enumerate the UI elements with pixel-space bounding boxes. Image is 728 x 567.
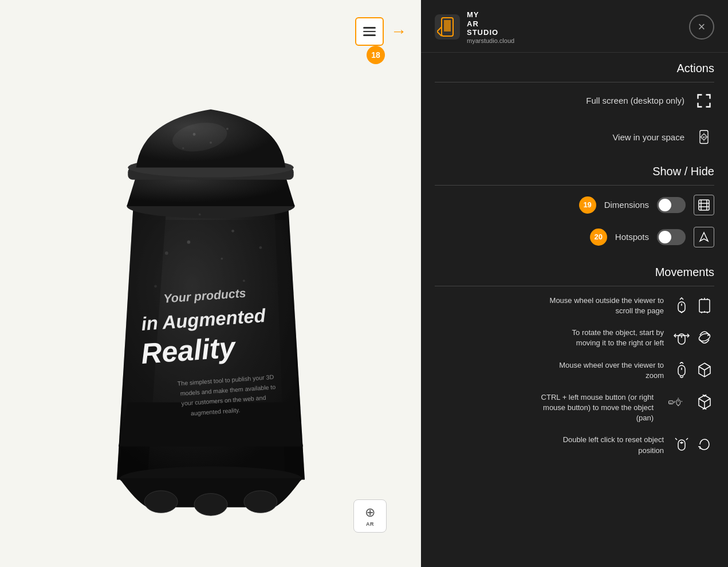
panel-header: MY AR STUDIO myarstudio.cloud × — [421, 0, 728, 53]
close-icon: × — [698, 21, 706, 33]
svg-text:Ctrl: Ctrl — [670, 402, 672, 404]
hotspots-label: Hotspots — [615, 232, 649, 242]
menu-button[interactable] — [355, 17, 384, 46]
dimensions-label: Dimensions — [604, 200, 649, 210]
mouse-scroll-icon — [672, 296, 691, 315]
svg-point-23 — [192, 133, 195, 136]
reset-icon — [695, 435, 714, 454]
svg-point-18 — [164, 251, 168, 255]
movement-row-1: Mouse wheel outside the viewer to scroll… — [421, 290, 728, 322]
ar-label: AR — [366, 521, 374, 527]
movement-icons-1 — [672, 296, 714, 315]
view-ar-label: View in your space — [612, 132, 684, 142]
movement-icons-4: Ctrl + — [662, 392, 714, 412]
fullscreen-row: Full screen (desktop only) — [421, 82, 728, 119]
brand-info: MY AR STUDIO myarstudio.cloud — [435, 10, 514, 44]
mouse-zoom-icon — [672, 360, 691, 380]
view-ar-row: View in your space AR — [421, 119, 728, 156]
svg-point-19 — [259, 246, 262, 249]
svg-point-22 — [154, 285, 157, 288]
svg-line-51 — [699, 367, 705, 370]
badge-18: 18 — [367, 46, 385, 64]
ctrl-mouse-icon: Ctrl + — [662, 392, 691, 412]
svg-point-26 — [182, 147, 184, 149]
double-click-icon — [672, 435, 691, 454]
ar-icon: ⊕ — [365, 505, 375, 520]
movement-row-2: To rotate the object, start by moving it… — [421, 322, 728, 354]
movement-text-3: Mouse wheel over the viewer to zoom — [549, 360, 664, 381]
svg-line-66 — [686, 438, 688, 440]
badge-20: 20 — [590, 229, 607, 246]
svg-point-48 — [698, 332, 711, 342]
movement-row-4: CTRL + left mouse button (or right mouse… — [421, 387, 728, 430]
svg-point-17 — [221, 258, 223, 260]
show-hide-title: Show / Hide — [421, 156, 728, 185]
hamburger-icon — [363, 27, 376, 36]
svg-rect-49 — [678, 365, 685, 376]
badge-19: 19 — [579, 196, 596, 214]
arrow-right-icon: → — [391, 22, 407, 41]
svg-line-52 — [705, 367, 710, 370]
svg-rect-36 — [699, 200, 709, 210]
svg-point-16 — [231, 230, 234, 233]
svg-text:AR: AR — [702, 136, 706, 139]
svg-line-60 — [705, 399, 710, 402]
svg-rect-41 — [678, 302, 685, 312]
page-scroll-icon — [695, 296, 714, 315]
right-panel: MY AR STUDIO myarstudio.cloud × Actions … — [421, 0, 728, 567]
svg-point-10 — [243, 491, 277, 513]
mouse-lr-icon — [672, 328, 691, 347]
movement-text-4: CTRL + left mouse button (or right mouse… — [539, 392, 654, 424]
brand-url: myarstudio.cloud — [467, 37, 514, 44]
svg-rect-57 — [676, 400, 680, 405]
close-button[interactable]: × — [689, 14, 714, 40]
movement-text-5: Double left click to reset object positi… — [549, 435, 664, 455]
brand-logo — [435, 14, 460, 40]
fullscreen-label: Full screen (desktop only) — [586, 96, 684, 105]
box-zoom-icon — [695, 360, 714, 380]
svg-text:Reality: Reality — [140, 331, 237, 369]
hotspots-row: 20 Hotspots — [421, 221, 728, 253]
movement-icons-3 — [672, 360, 714, 380]
dimensions-icon-button[interactable] — [694, 195, 714, 215]
svg-rect-62 — [678, 440, 685, 450]
movements-title: Movements — [421, 257, 728, 286]
svg-rect-43 — [699, 300, 710, 312]
svg-point-25 — [210, 141, 212, 144]
hotspots-toggle[interactable] — [657, 229, 686, 245]
movement-text-1: Mouse wheel outside the viewer to scroll… — [549, 296, 664, 316]
ar-icon-button[interactable]: AR — [694, 127, 714, 148]
svg-point-9 — [194, 494, 227, 516]
menu-button-overlay: → — [355, 17, 407, 46]
movement-text-2: To rotate the object, start by moving it… — [549, 328, 664, 348]
3d-viewer[interactable]: Your products in Augmented Reality The s… — [0, 0, 421, 567]
svg-point-21 — [242, 279, 245, 282]
brand-text: MY AR STUDIO myarstudio.cloud — [467, 10, 514, 44]
viewer-area: Your products in Augmented Reality The s… — [0, 0, 421, 567]
ar-view-button[interactable]: ⊕ AR — [353, 499, 387, 533]
movement-icons-2 — [672, 328, 714, 347]
movement-row-5: Double left click to reset object positi… — [421, 429, 728, 461]
pan-icon — [695, 392, 714, 412]
hotspots-icon-button[interactable] — [694, 227, 714, 247]
fullscreen-icon[interactable] — [694, 90, 714, 111]
svg-point-15 — [187, 241, 190, 244]
dimensions-toggle[interactable] — [657, 197, 686, 213]
svg-line-65 — [675, 438, 677, 440]
movement-row-3: Mouse wheel over the viewer to zoom — [421, 355, 728, 387]
actions-title: Actions — [421, 53, 728, 82]
svg-line-59 — [699, 399, 705, 402]
svg-rect-28 — [444, 20, 451, 32]
svg-point-8 — [144, 491, 178, 513]
svg-point-20 — [198, 213, 200, 215]
movement-icons-5 — [672, 435, 714, 454]
brand-name: MY AR STUDIO — [467, 10, 514, 37]
dimensions-row: 19 Dimensions — [421, 189, 728, 221]
svg-point-24 — [226, 128, 229, 130]
rotate-object-icon — [695, 328, 714, 347]
